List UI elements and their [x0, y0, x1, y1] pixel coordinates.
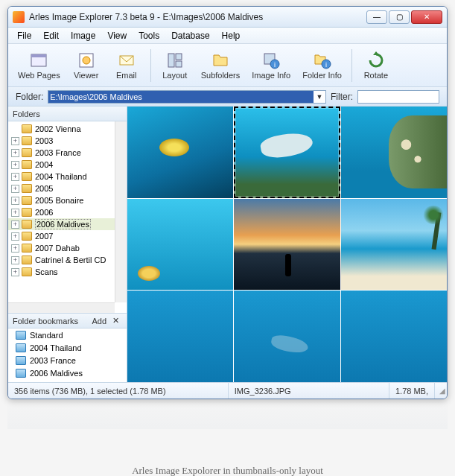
folder-tree-item[interactable]: +2004 — [8, 159, 127, 171]
folder-tree-item[interactable]: +2005 Bonaire — [8, 194, 127, 206]
web-pages-icon — [30, 51, 48, 69]
folder-icon — [22, 172, 32, 181]
menu-help[interactable]: Help — [216, 29, 246, 42]
thumbnail[interactable] — [127, 291, 233, 382]
menu-edit[interactable]: Edit — [37, 29, 65, 42]
expand-icon[interactable]: + — [11, 209, 19, 217]
bookmark-item[interactable]: 2006 Maldives — [8, 366, 127, 379]
rotate-button[interactable]: Rotate — [357, 49, 395, 82]
svg-rect-1 — [31, 54, 46, 57]
folder-tree-item[interactable]: +2007 Dahab — [8, 242, 127, 254]
folder-tree-item[interactable]: +2003 — [8, 135, 127, 147]
expand-icon[interactable]: + — [11, 220, 19, 229]
folder-path-value[interactable]: E:\Images\2006 Maldives — [48, 91, 314, 103]
folder-path-combobox[interactable]: E:\Images\2006 Maldives ▼ — [48, 90, 326, 104]
bookmark-folder-icon — [16, 331, 26, 340]
minimize-button[interactable]: ― — [366, 10, 387, 24]
expand-icon[interactable]: + — [11, 161, 19, 169]
viewer-button[interactable]: Viewer — [67, 49, 106, 82]
folder-label: Catrinel & Bertil CD — [35, 256, 106, 264]
thumbnail-selected[interactable] — [234, 107, 340, 198]
layout-button[interactable]: Layout — [156, 49, 194, 82]
menubar: File Edit Image View Tools Database Help — [8, 28, 447, 44]
folder-icon — [22, 148, 32, 157]
folder-tree-item[interactable]: +2003 France — [8, 147, 127, 159]
folder-icon — [22, 267, 32, 276]
menu-view[interactable]: View — [101, 29, 133, 42]
folder-label: 2005 Bonaire — [35, 196, 83, 205]
thumbnail-grid[interactable] — [127, 107, 447, 382]
bookmark-item[interactable]: Standard — [8, 329, 127, 341]
folder-icon — [22, 124, 32, 133]
thumbnail[interactable] — [341, 291, 447, 382]
expand-icon[interactable]: + — [11, 256, 19, 264]
folder-label: 2004 Thailand — [35, 172, 87, 181]
filter-input[interactable] — [357, 90, 439, 104]
menu-image[interactable]: Image — [65, 29, 101, 42]
image-info-button[interactable]: iImage Info — [246, 49, 296, 82]
expand-icon[interactable]: + — [11, 185, 19, 193]
bookmarks-panel-header: Folder bookmarks Add ✕ — [8, 314, 127, 329]
expand-icon[interactable]: + — [11, 137, 19, 145]
maximize-button[interactable]: ▢ — [389, 10, 410, 24]
image-info-icon: i — [262, 51, 280, 69]
folder-tree-item[interactable]: 2002 Vienna — [8, 123, 127, 135]
web-pages-button[interactable]: Web Pages — [13, 49, 66, 82]
vertical-scrollbar[interactable] — [115, 121, 127, 302]
menu-database[interactable]: Database — [165, 29, 215, 42]
folder-tree-item[interactable]: +2006 Maldives — [8, 218, 127, 230]
folder-label: Scans — [35, 267, 58, 276]
bookmark-label: 2003 France — [30, 356, 76, 365]
close-icon[interactable]: ✕ — [109, 316, 122, 326]
titlebar[interactable]: Arles Image Explorer 7.3 beta 9 - E:\Ima… — [8, 7, 447, 28]
thumbnail[interactable] — [234, 291, 340, 382]
chevron-down-icon[interactable]: ▼ — [314, 93, 325, 101]
horizontal-scrollbar[interactable] — [8, 302, 115, 313]
bookmarks-add-button[interactable]: Add — [89, 317, 109, 326]
filter-label: Filter: — [331, 92, 353, 102]
folder-label: 2004 — [35, 160, 53, 169]
statusbar: 356 items (736 MB), 1 selected (1.78 MB)… — [8, 382, 447, 399]
expand-icon[interactable]: + — [11, 149, 19, 157]
expand-icon[interactable]: + — [11, 244, 19, 253]
thumbnail[interactable] — [341, 107, 447, 198]
expand-icon[interactable]: + — [11, 197, 19, 205]
folder-info-button[interactable]: iFolder Info — [297, 49, 347, 82]
folder-icon — [22, 184, 32, 193]
menu-file[interactable]: File — [11, 29, 37, 42]
bookmarks-panel: Folder bookmarks Add ✕ Standard2004 Thai… — [8, 314, 127, 382]
expand-icon[interactable]: + — [11, 173, 19, 181]
folder-tree-item[interactable]: +Scans — [8, 266, 127, 278]
svg-text:i: i — [325, 61, 327, 69]
close-button[interactable]: ✕ — [411, 10, 442, 24]
bookmark-label: 2006 Maldives — [30, 369, 83, 378]
bookmark-item[interactable]: 2004 Thailand — [8, 341, 127, 354]
expand-icon[interactable]: + — [11, 268, 19, 276]
thumbnail[interactable] — [341, 199, 447, 291]
folder-tree-item[interactable]: +2006 — [8, 206, 127, 218]
thumbnail[interactable] — [234, 199, 340, 291]
app-icon — [13, 11, 25, 23]
folder-icon — [22, 208, 32, 217]
folder-icon — [22, 232, 32, 241]
folder-tree-item[interactable]: +2004 Thailand — [8, 171, 127, 183]
resize-grip[interactable]: ◢ — [435, 387, 447, 395]
folder-icon — [22, 136, 32, 145]
subfolders-button[interactable]: Subfolders — [196, 49, 246, 82]
expand-icon[interactable]: + — [11, 232, 19, 241]
bookmark-item[interactable]: 2003 France — [8, 354, 127, 366]
folder-label: 2005 — [35, 184, 53, 193]
folder-tree-item[interactable]: +Catrinel & Bertil CD — [8, 254, 127, 266]
thumbnail[interactable] — [127, 107, 233, 198]
folders-tree[interactable]: 2002 Vienna+2003+2003 France+2004+2004 T… — [8, 121, 127, 314]
folder-tree-item[interactable]: +2007 — [8, 230, 127, 242]
folder-label: 2007 — [35, 232, 53, 241]
thumbnail[interactable] — [127, 199, 233, 291]
folder-icon — [22, 220, 32, 229]
folders-panel-header: Folders — [8, 107, 127, 121]
menu-tools[interactable]: Tools — [133, 29, 165, 42]
bookmarks-list[interactable]: Standard2004 Thailand2003 France2006 Mal… — [8, 329, 127, 382]
email-button[interactable]: Email — [107, 49, 146, 82]
status-summary: 356 items (736 MB), 1 selected (1.78 MB) — [8, 383, 229, 399]
folder-tree-item[interactable]: +2005 — [8, 183, 127, 194]
